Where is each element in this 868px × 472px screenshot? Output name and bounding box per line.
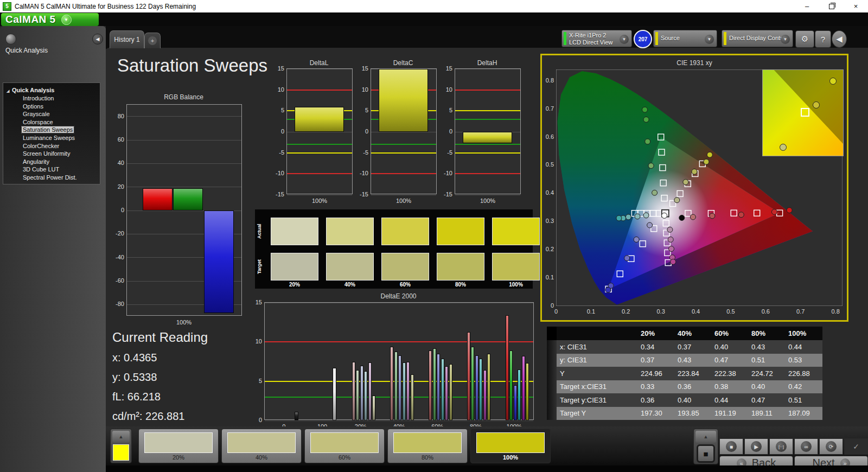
sidebar-item-saturation-sweeps[interactable]: Saturation Sweeps	[3, 126, 100, 134]
tab-add-button[interactable]: +	[144, 33, 161, 48]
y-tick-label: -15	[267, 191, 284, 197]
pattern-button-100[interactable]: 100%	[470, 429, 551, 463]
pattern-expand-button[interactable]: ▲	[112, 431, 130, 443]
sidebar-item-colorchecker[interactable]: ColorChecker	[3, 142, 100, 150]
cie-x-tick-label: 0.2	[620, 308, 633, 315]
sidebar-item-3d-cube-lut[interactable]: 3D Cube LUT	[3, 165, 100, 174]
reference-line	[455, 110, 520, 111]
current-reading-y: y: 0.5338	[112, 371, 157, 384]
current-reading-x: x: 0.4365	[112, 352, 157, 364]
delta-c-chart: 151050-5-10-15100%	[371, 68, 437, 194]
calman-logo[interactable]: CalMAN 5 ▼	[1, 13, 99, 26]
actual-row-label: Actual	[257, 218, 264, 245]
cie-y-tick-label: 0.8	[542, 77, 554, 84]
y-tick-label: -60	[107, 277, 124, 284]
gridline	[265, 303, 533, 303]
cie-measurement-cyan	[616, 215, 622, 221]
sidebar-item-spectral-power-dist[interactable]: Spectral Power Dist.	[3, 174, 100, 182]
bar-40-magenta	[406, 362, 410, 421]
refresh-button[interactable]: ⟳	[819, 438, 843, 455]
settings-button[interactable]: ⚙	[795, 30, 814, 48]
restore-button[interactable]	[819, 0, 844, 12]
bar-20-yellow	[372, 396, 375, 420]
cie-1931-panel[interactable]: CIE 1931 xy 00.10.20.30.40.50.60.70.800.…	[540, 54, 848, 322]
delta-h-title: DeltaH	[455, 59, 520, 67]
sidebar-item-introduction[interactable]: Introduction	[3, 94, 100, 103]
logo-menu-caret-icon[interactable]: ▼	[61, 15, 72, 25]
bar-100-green	[509, 350, 513, 420]
sidebar-header: Quick Analysis	[5, 47, 48, 54]
y-tick-label: -10	[267, 170, 284, 176]
y-tick-label: 5	[352, 107, 368, 113]
table-row-label: Y	[557, 369, 637, 378]
pattern-button[interactable]: [··]	[769, 438, 793, 455]
bar-60-yellow	[449, 364, 452, 420]
pattern-button-20[interactable]: 20%	[138, 429, 219, 463]
sidebar-item-options[interactable]: Options	[3, 103, 100, 111]
tree-expander-icon[interactable]: ◢	[7, 87, 9, 95]
cie-measurement-yellow	[692, 169, 697, 174]
x-tick-label: 100%	[382, 197, 425, 204]
toolbar-collapse-button[interactable]: ◀	[832, 30, 847, 48]
close-button[interactable]: ×	[844, 0, 868, 12]
table-cell: 0.44	[785, 343, 822, 351]
minimize-button[interactable]: –	[795, 0, 819, 12]
table-cell: 0.47	[748, 396, 785, 404]
table-cell: 0.40	[711, 343, 748, 351]
meter-dropdown[interactable]: X-Rite i1Pro 2 LCD Direct View ▼	[561, 30, 632, 47]
sidebar-collapse-icon[interactable]: ◀	[92, 34, 103, 44]
tree-item-label: Screen Uniformity	[22, 150, 71, 157]
continuous-button[interactable]: ∞	[794, 438, 818, 455]
source-dropdown[interactable]: Source ▼	[653, 30, 717, 47]
sidebar-item-angularity[interactable]: Angularity	[3, 158, 100, 166]
table-cell: 0.42	[785, 382, 822, 391]
pattern-button-40[interactable]: 40%	[221, 429, 302, 463]
bar-100-red	[506, 315, 509, 420]
reference-line	[455, 90, 520, 91]
help-button[interactable]: ?	[815, 30, 831, 48]
table-row: Target y:CIE310.360.400.440.470.51	[547, 393, 822, 407]
bar-blue	[204, 211, 234, 313]
swatch-column-label: 100%	[492, 282, 540, 288]
meter-mode: LCD Direct View	[569, 39, 613, 46]
y-tick-label: -80	[107, 301, 124, 307]
tree-item-label: ColorChecker	[22, 143, 60, 149]
cie-y-tick-label: 0.5	[542, 161, 554, 168]
sidebar-item-luminance-sweeps[interactable]: Luminance Sweeps	[3, 134, 100, 142]
y-tick-label: 15	[245, 299, 262, 305]
tree-root-item[interactable]: ◢Quick Analysis	[3, 86, 100, 94]
table-cell: 0.44	[711, 396, 748, 404]
y-tick-label: 15	[436, 65, 452, 72]
y-tick-label: -10	[436, 170, 452, 176]
meter-count-badge[interactable]: 207	[634, 30, 652, 48]
pattern-button-80[interactable]: 80%	[387, 429, 468, 463]
cie-measurement-yellow	[674, 197, 680, 203]
sidebar-orb-button[interactable]	[5, 34, 16, 44]
display-control-dropdown[interactable]: Direct Display Control ▼	[722, 30, 793, 47]
transport-expand-button[interactable]: ▲	[695, 431, 716, 443]
pattern-chip	[144, 432, 213, 453]
cie-measurement-blue	[605, 287, 611, 292]
cie-y-tick-label: 0.3	[542, 218, 554, 224]
pattern-button-60[interactable]: 60%	[304, 429, 385, 463]
bar-40-blue	[398, 355, 401, 420]
play-button[interactable]: ▶	[744, 438, 768, 455]
cie-measurement-red	[738, 212, 744, 218]
sidebar-item-grayscale[interactable]: Grayscale	[3, 110, 100, 118]
sidebar-item-screen-uniformity[interactable]: Screen Uniformity	[3, 150, 100, 158]
bar-20-blue	[360, 366, 363, 420]
tab-history[interactable]: History 1	[110, 30, 144, 48]
gridline	[127, 140, 241, 141]
bar-60-red	[429, 350, 432, 420]
target-swatch-40	[326, 253, 374, 280]
cie-measurement-yellow	[683, 180, 688, 185]
table-row: Target x:CIE310.330.360.380.400.42	[547, 380, 822, 394]
current-pattern-swatch[interactable]	[113, 444, 129, 461]
cie-x-tick-label: 0.8	[829, 308, 842, 315]
stop-pattern-button[interactable]: ■	[697, 444, 715, 463]
sidebar-item-colorspace[interactable]: Colorspace	[3, 118, 100, 126]
check-button[interactable]: ✓	[844, 438, 868, 455]
bar-80-red	[467, 332, 470, 420]
gridline	[127, 187, 241, 187]
stop-button[interactable]: ■	[719, 438, 743, 455]
